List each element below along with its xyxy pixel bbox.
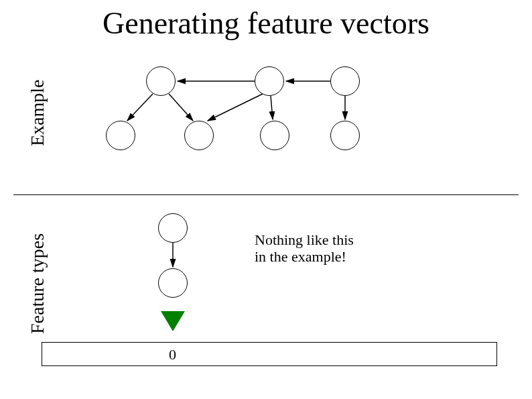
annotation-line: in the example! bbox=[255, 248, 346, 265]
feature-vector-value: 0 bbox=[169, 346, 176, 363]
feature-type-edges bbox=[0, 0, 532, 399]
pointer-triangle-icon bbox=[161, 311, 185, 331]
annotation-text: Nothing like this in the example! bbox=[255, 231, 354, 266]
feature-vector-box bbox=[42, 342, 497, 366]
annotation-line: Nothing like this bbox=[255, 231, 354, 248]
slide: Generating feature vectors Example bbox=[0, 0, 532, 399]
